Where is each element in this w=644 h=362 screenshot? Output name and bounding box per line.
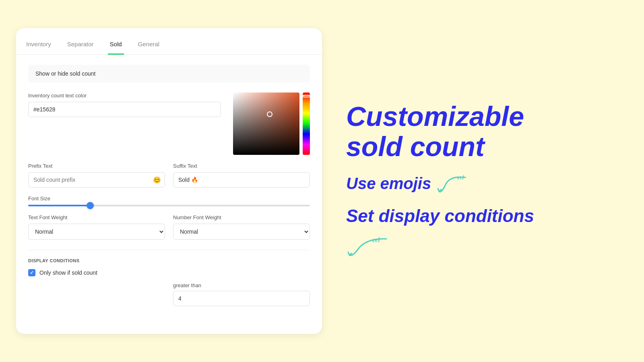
- text-font-weight-group: Text Font Weight Normal Bold Light Mediu…: [28, 214, 165, 240]
- suffix-field-group: Suffix Text: [173, 163, 310, 187]
- font-size-label: Font Size: [28, 195, 310, 202]
- conditions-arrow-row: eel: [346, 235, 620, 261]
- emoji-button[interactable]: 😊: [153, 176, 161, 184]
- color-input[interactable]: [28, 102, 221, 117]
- text-fields-row: Prefix Text 😊 Suffix Text: [28, 163, 310, 187]
- prefix-label: Prefix Text: [28, 163, 165, 169]
- left-panel: Inventory Separator Sold General Show or…: [0, 0, 338, 362]
- show-hide-row: Show or hide sold count: [28, 65, 310, 82]
- conditions-title: DISPLAY CONDITIONS: [28, 258, 310, 263]
- annotation-emojis: Use emojis eel: [346, 173, 620, 193]
- svg-text:eel: eel: [372, 237, 380, 243]
- tab-bar: Inventory Separator Sold General: [16, 28, 322, 55]
- prefix-input-wrapper: 😊: [28, 172, 165, 187]
- headline-line1: Customizable: [346, 101, 620, 132]
- suffix-label: Suffix Text: [173, 163, 310, 169]
- color-gradient-cursor[interactable]: [267, 111, 272, 117]
- show-hide-label: Show or hide sold count: [35, 70, 95, 77]
- number-font-weight-group: Number Font Weight Normal Bold Light Med…: [173, 214, 310, 240]
- text-font-weight-label: Text Font Weight: [28, 214, 165, 220]
- tab-separator[interactable]: Separator: [65, 37, 96, 55]
- condition-field-group: greater than: [173, 282, 310, 306]
- color-picker-area: [233, 93, 310, 155]
- headline-line2: sold count: [346, 132, 620, 162]
- color-section: Inventory count text color: [28, 93, 310, 155]
- prefix-field-group: Prefix Text 😊: [28, 163, 165, 187]
- tab-inventory[interactable]: Inventory: [24, 37, 53, 55]
- annotation-emojis-text: Use emojis: [346, 175, 431, 193]
- text-font-weight-select[interactable]: Normal Bold Light Medium: [28, 224, 165, 240]
- main-headline: Customizable sold count: [346, 101, 620, 162]
- display-conditions-section: DISPLAY CONDITIONS Only show if sold cou…: [28, 250, 310, 306]
- color-input-area: Inventory count text color: [28, 93, 221, 155]
- tab-general[interactable]: General: [136, 37, 161, 55]
- slider-fill: [28, 205, 90, 206]
- arrow-emojis-icon: eel: [437, 173, 469, 193]
- font-weight-row: Text Font Weight Normal Bold Light Mediu…: [28, 214, 310, 240]
- card-body: Show or hide sold count Inventory count …: [16, 55, 322, 316]
- slider-thumb[interactable]: [87, 202, 94, 209]
- condition-input[interactable]: [173, 291, 310, 306]
- checkbox-label: Only show if sold count: [39, 269, 97, 276]
- spectrum-cursor[interactable]: [302, 95, 310, 97]
- checkbox-row: Only show if sold count: [28, 269, 310, 276]
- svg-text:eel: eel: [457, 175, 464, 181]
- suffix-input-wrapper: [173, 172, 310, 187]
- prefix-input[interactable]: [28, 172, 165, 187]
- number-font-weight-select[interactable]: Normal Bold Light Medium: [173, 224, 310, 240]
- right-panel: Customizable sold count Use emojis eel S…: [338, 0, 644, 362]
- color-gradient[interactable]: [233, 93, 299, 155]
- only-show-checkbox[interactable]: [28, 269, 35, 276]
- tab-sold[interactable]: Sold: [108, 37, 124, 55]
- font-size-slider-track[interactable]: [28, 205, 310, 206]
- settings-card: Inventory Separator Sold General Show or…: [16, 28, 322, 334]
- conditions-row: greater than: [28, 282, 310, 306]
- number-font-weight-label: Number Font Weight: [173, 214, 310, 220]
- annotation-conditions: Set display conditions: [346, 206, 620, 227]
- color-spectrum[interactable]: [303, 93, 310, 155]
- color-label: Inventory count text color: [28, 93, 221, 99]
- suffix-input[interactable]: [173, 172, 310, 187]
- arrow-conditions-icon: eel: [346, 235, 394, 259]
- condition-label: greater than: [173, 282, 310, 288]
- annotation-conditions-text: Set display conditions: [346, 206, 534, 227]
- font-size-section: Font Size: [28, 195, 310, 206]
